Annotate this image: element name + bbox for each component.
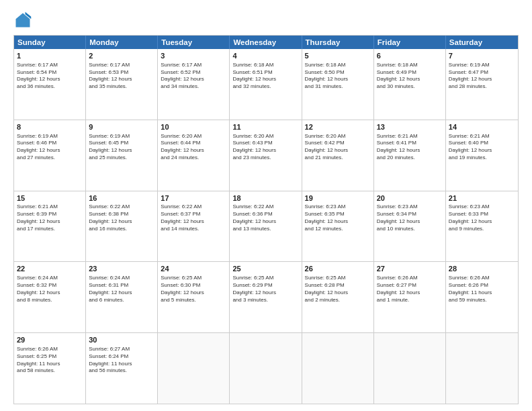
day-number: 22 [17,264,83,274]
day-number: 29 [17,335,83,345]
calendar-cell-day-10: 10Sunrise: 6:20 AMSunset: 6:44 PMDayligh… [158,120,230,191]
day-number: 21 [449,193,515,203]
cell-info: Sunrise: 6:25 AMSunset: 6:29 PMDaylight:… [232,275,298,304]
day-number: 30 [89,335,154,345]
calendar-row-3: 15Sunrise: 6:21 AMSunset: 6:39 PMDayligh… [14,191,518,262]
header [13,11,519,30]
cell-info: Sunrise: 6:17 AMSunset: 6:54 PMDaylight:… [17,62,83,91]
cell-info: Sunrise: 6:26 AMSunset: 6:27 PMDaylight:… [377,275,443,304]
calendar-cell-day-13: 13Sunrise: 6:21 AMSunset: 6:41 PMDayligh… [374,120,446,191]
cell-info: Sunrise: 6:22 AMSunset: 6:37 PMDaylight:… [161,203,226,232]
calendar-cell-day-9: 9Sunrise: 6:19 AMSunset: 6:45 PMDaylight… [86,120,158,191]
day-number: 15 [17,193,83,203]
calendar-cell-day-15: 15Sunrise: 6:21 AMSunset: 6:39 PMDayligh… [14,191,86,262]
day-number: 1 [17,51,83,61]
calendar-cell-empty [446,333,518,404]
calendar-cell-empty [158,333,230,404]
cell-info: Sunrise: 6:19 AMSunset: 6:47 PMDaylight:… [449,62,515,91]
weekday-header-saturday: Saturday [446,36,518,49]
calendar-cell-day-8: 8Sunrise: 6:19 AMSunset: 6:46 PMDaylight… [14,120,86,191]
cell-info: Sunrise: 6:26 AMSunset: 6:25 PMDaylight:… [17,346,83,375]
calendar-row-4: 22Sunrise: 6:24 AMSunset: 6:32 PMDayligh… [14,261,518,332]
day-number: 16 [89,193,154,203]
weekday-header-wednesday: Wednesday [230,36,302,49]
calendar-cell-day-19: 19Sunrise: 6:23 AMSunset: 6:35 PMDayligh… [302,191,374,262]
cell-info: Sunrise: 6:17 AMSunset: 6:52 PMDaylight:… [161,62,226,91]
day-number: 3 [161,51,226,61]
calendar-cell-day-26: 26Sunrise: 6:25 AMSunset: 6:28 PMDayligh… [302,262,374,332]
day-number: 23 [89,264,154,274]
calendar-cell-day-24: 24Sunrise: 6:25 AMSunset: 6:30 PMDayligh… [158,262,230,332]
day-number: 5 [305,51,371,61]
cell-info: Sunrise: 6:21 AMSunset: 6:40 PMDaylight:… [449,133,515,162]
calendar-row-1: 1Sunrise: 6:17 AMSunset: 6:54 PMDaylight… [14,49,518,120]
calendar-cell-day-25: 25Sunrise: 6:25 AMSunset: 6:29 PMDayligh… [230,262,302,332]
day-number: 6 [377,51,443,61]
logo [13,11,35,30]
calendar-cell-day-14: 14Sunrise: 6:21 AMSunset: 6:40 PMDayligh… [446,120,518,191]
day-number: 17 [161,193,226,203]
day-number: 24 [161,264,226,274]
cell-info: Sunrise: 6:19 AMSunset: 6:46 PMDaylight:… [17,133,83,162]
calendar-header: SundayMondayTuesdayWednesdayThursdayFrid… [14,36,518,49]
calendar-cell-day-16: 16Sunrise: 6:22 AMSunset: 6:38 PMDayligh… [86,191,158,262]
calendar: SundayMondayTuesdayWednesdayThursdayFrid… [13,35,519,404]
weekday-header-tuesday: Tuesday [158,36,230,49]
calendar-cell-day-29: 29Sunrise: 6:26 AMSunset: 6:25 PMDayligh… [14,333,86,404]
day-number: 27 [377,264,443,274]
calendar-cell-day-5: 5Sunrise: 6:18 AMSunset: 6:50 PMDaylight… [302,49,374,120]
day-number: 20 [377,193,443,203]
weekday-header-monday: Monday [86,36,158,49]
calendar-cell-day-12: 12Sunrise: 6:20 AMSunset: 6:42 PMDayligh… [302,120,374,191]
cell-info: Sunrise: 6:26 AMSunset: 6:26 PMDaylight:… [449,275,515,304]
cell-info: Sunrise: 6:24 AMSunset: 6:31 PMDaylight:… [89,275,154,304]
page: SundayMondayTuesdayWednesdayThursdayFrid… [0,0,532,411]
calendar-cell-day-7: 7Sunrise: 6:19 AMSunset: 6:47 PMDaylight… [446,49,518,120]
calendar-cell-day-4: 4Sunrise: 6:18 AMSunset: 6:51 PMDaylight… [230,49,302,120]
cell-info: Sunrise: 6:20 AMSunset: 6:44 PMDaylight:… [161,133,226,162]
cell-info: Sunrise: 6:25 AMSunset: 6:30 PMDaylight:… [161,275,226,304]
calendar-cell-day-18: 18Sunrise: 6:22 AMSunset: 6:36 PMDayligh… [230,191,302,262]
weekday-header-thursday: Thursday [302,36,374,49]
calendar-cell-day-28: 28Sunrise: 6:26 AMSunset: 6:26 PMDayligh… [446,262,518,332]
cell-info: Sunrise: 6:18 AMSunset: 6:49 PMDaylight:… [377,62,443,91]
calendar-cell-empty [302,333,374,404]
cell-info: Sunrise: 6:18 AMSunset: 6:50 PMDaylight:… [305,62,371,91]
day-number: 19 [305,193,371,203]
day-number: 8 [17,122,83,132]
logo-icon [13,11,32,30]
cell-info: Sunrise: 6:23 AMSunset: 6:33 PMDaylight:… [449,203,515,232]
day-number: 9 [89,122,154,132]
cell-info: Sunrise: 6:17 AMSunset: 6:53 PMDaylight:… [89,62,154,91]
day-number: 13 [377,122,443,132]
calendar-cell-day-23: 23Sunrise: 6:24 AMSunset: 6:31 PMDayligh… [86,262,158,332]
day-number: 12 [305,122,371,132]
day-number: 14 [449,122,515,132]
weekday-header-friday: Friday [374,36,446,49]
calendar-cell-day-1: 1Sunrise: 6:17 AMSunset: 6:54 PMDaylight… [14,49,86,120]
cell-info: Sunrise: 6:22 AMSunset: 6:38 PMDaylight:… [89,203,154,232]
cell-info: Sunrise: 6:21 AMSunset: 6:39 PMDaylight:… [17,203,83,232]
calendar-cell-day-11: 11Sunrise: 6:20 AMSunset: 6:43 PMDayligh… [230,120,302,191]
weekday-header-sunday: Sunday [14,36,86,49]
day-number: 4 [232,51,298,61]
cell-info: Sunrise: 6:25 AMSunset: 6:28 PMDaylight:… [305,275,371,304]
cell-info: Sunrise: 6:23 AMSunset: 6:34 PMDaylight:… [377,203,443,232]
calendar-cell-day-30: 30Sunrise: 6:27 AMSunset: 6:24 PMDayligh… [86,333,158,404]
cell-info: Sunrise: 6:21 AMSunset: 6:41 PMDaylight:… [377,133,443,162]
cell-info: Sunrise: 6:20 AMSunset: 6:43 PMDaylight:… [232,133,298,162]
day-number: 26 [305,264,371,274]
calendar-cell-day-20: 20Sunrise: 6:23 AMSunset: 6:34 PMDayligh… [374,191,446,262]
day-number: 25 [232,264,298,274]
calendar-cell-empty [230,333,302,404]
cell-info: Sunrise: 6:18 AMSunset: 6:51 PMDaylight:… [232,62,298,91]
calendar-cell-day-6: 6Sunrise: 6:18 AMSunset: 6:49 PMDaylight… [374,49,446,120]
calendar-body: 1Sunrise: 6:17 AMSunset: 6:54 PMDaylight… [14,49,518,404]
calendar-cell-day-21: 21Sunrise: 6:23 AMSunset: 6:33 PMDayligh… [446,191,518,262]
calendar-cell-empty [374,333,446,404]
day-number: 28 [449,264,515,274]
calendar-cell-day-17: 17Sunrise: 6:22 AMSunset: 6:37 PMDayligh… [158,191,230,262]
day-number: 10 [161,122,226,132]
cell-info: Sunrise: 6:19 AMSunset: 6:45 PMDaylight:… [89,133,154,162]
cell-info: Sunrise: 6:23 AMSunset: 6:35 PMDaylight:… [305,203,371,232]
